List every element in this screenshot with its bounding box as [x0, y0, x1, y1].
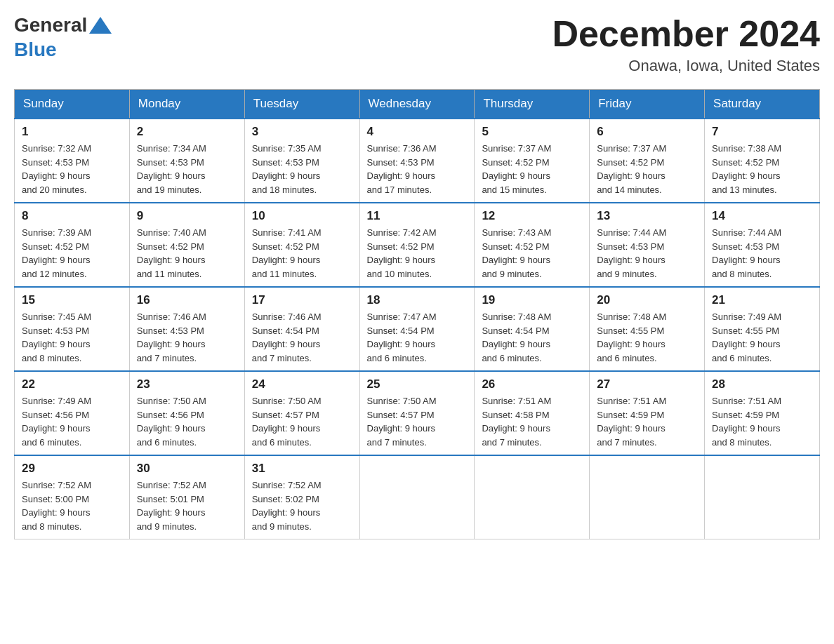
header-thursday: Thursday: [475, 90, 590, 119]
day-info: Sunrise: 7:48 AM Sunset: 4:54 PM Dayligh…: [482, 310, 582, 365]
day-number: 17: [252, 293, 352, 307]
calendar-cell: 6 Sunrise: 7:37 AM Sunset: 4:52 PM Dayli…: [590, 119, 705, 203]
day-number: 1: [22, 125, 122, 139]
day-number: 24: [252, 377, 352, 391]
day-number: 28: [712, 377, 812, 391]
calendar-cell: 31 Sunrise: 7:52 AM Sunset: 5:02 PM Dayl…: [244, 455, 359, 539]
day-number: 8: [22, 209, 122, 223]
calendar-cell: 10 Sunrise: 7:41 AM Sunset: 4:52 PM Dayl…: [244, 203, 359, 287]
day-info: Sunrise: 7:51 AM Sunset: 4:58 PM Dayligh…: [482, 394, 582, 449]
day-info: Sunrise: 7:34 AM Sunset: 4:53 PM Dayligh…: [137, 142, 237, 196]
day-info: Sunrise: 7:49 AM Sunset: 4:56 PM Dayligh…: [22, 394, 122, 449]
calendar-cell: 15 Sunrise: 7:45 AM Sunset: 4:53 PM Dayl…: [15, 287, 130, 371]
calendar-cell: 12 Sunrise: 7:43 AM Sunset: 4:52 PM Dayl…: [475, 203, 590, 287]
header-sunday: Sunday: [15, 90, 130, 119]
day-number: 11: [367, 209, 468, 223]
calendar-cell: 19 Sunrise: 7:48 AM Sunset: 4:54 PM Dayl…: [475, 287, 590, 371]
logo-text: General Blue: [14, 14, 114, 61]
calendar-cell: [705, 455, 820, 539]
day-number: 18: [367, 293, 468, 307]
calendar-cell: 21 Sunrise: 7:49 AM Sunset: 4:55 PM Dayl…: [705, 287, 820, 371]
day-info: Sunrise: 7:43 AM Sunset: 4:52 PM Dayligh…: [482, 226, 582, 281]
location-subtitle: Onawa, Iowa, United States: [552, 57, 820, 75]
day-info: Sunrise: 7:52 AM Sunset: 5:02 PM Dayligh…: [252, 478, 352, 533]
calendar-cell: 5 Sunrise: 7:37 AM Sunset: 4:52 PM Dayli…: [475, 119, 590, 203]
day-number: 22: [22, 377, 122, 391]
calendar-cell: 27 Sunrise: 7:51 AM Sunset: 4:59 PM Dayl…: [590, 371, 705, 455]
day-number: 2: [137, 125, 237, 139]
day-number: 10: [252, 209, 352, 223]
calendar-cell: 30 Sunrise: 7:52 AM Sunset: 5:01 PM Dayl…: [129, 455, 244, 539]
day-number: 16: [137, 293, 237, 307]
week-row-5: 29 Sunrise: 7:52 AM Sunset: 5:00 PM Dayl…: [15, 455, 820, 539]
day-info: Sunrise: 7:32 AM Sunset: 4:53 PM Dayligh…: [22, 142, 122, 196]
calendar-cell: 2 Sunrise: 7:34 AM Sunset: 4:53 PM Dayli…: [129, 119, 244, 203]
day-number: 14: [712, 209, 812, 223]
day-number: 7: [712, 125, 812, 139]
logo: General Blue: [14, 14, 114, 61]
day-number: 20: [597, 293, 697, 307]
day-info: Sunrise: 7:52 AM Sunset: 5:01 PM Dayligh…: [137, 478, 237, 533]
day-info: Sunrise: 7:41 AM Sunset: 4:52 PM Dayligh…: [252, 226, 352, 281]
day-info: Sunrise: 7:39 AM Sunset: 4:52 PM Dayligh…: [22, 226, 122, 281]
header-saturday: Saturday: [705, 90, 820, 119]
day-number: 23: [137, 377, 237, 391]
day-info: Sunrise: 7:50 AM Sunset: 4:57 PM Dayligh…: [367, 394, 468, 449]
day-number: 12: [482, 209, 582, 223]
week-row-1: 1 Sunrise: 7:32 AM Sunset: 4:53 PM Dayli…: [15, 119, 820, 203]
day-info: Sunrise: 7:50 AM Sunset: 4:56 PM Dayligh…: [137, 394, 237, 449]
day-number: 31: [252, 462, 352, 476]
calendar-cell: 18 Sunrise: 7:47 AM Sunset: 4:54 PM Dayl…: [359, 287, 475, 371]
day-number: 26: [482, 377, 582, 391]
calendar-cell: [590, 455, 705, 539]
calendar-cell: 24 Sunrise: 7:50 AM Sunset: 4:57 PM Dayl…: [244, 371, 359, 455]
day-info: Sunrise: 7:50 AM Sunset: 4:57 PM Dayligh…: [252, 394, 352, 449]
day-headers-row: Sunday Monday Tuesday Wednesday Thursday…: [15, 90, 820, 119]
day-info: Sunrise: 7:51 AM Sunset: 4:59 PM Dayligh…: [597, 394, 697, 449]
page-header: General Blue December 2024 Onawa, Iowa, …: [14, 14, 820, 75]
calendar-cell: 22 Sunrise: 7:49 AM Sunset: 4:56 PM Dayl…: [15, 371, 130, 455]
day-info: Sunrise: 7:36 AM Sunset: 4:53 PM Dayligh…: [367, 142, 468, 196]
calendar-cell: [475, 455, 590, 539]
calendar-cell: 23 Sunrise: 7:50 AM Sunset: 4:56 PM Dayl…: [129, 371, 244, 455]
calendar-cell: 20 Sunrise: 7:48 AM Sunset: 4:55 PM Dayl…: [590, 287, 705, 371]
day-info: Sunrise: 7:40 AM Sunset: 4:52 PM Dayligh…: [137, 226, 237, 281]
day-info: Sunrise: 7:47 AM Sunset: 4:54 PM Dayligh…: [367, 310, 468, 365]
day-info: Sunrise: 7:49 AM Sunset: 4:55 PM Dayligh…: [712, 310, 812, 365]
header-friday: Friday: [590, 90, 705, 119]
day-number: 21: [712, 293, 812, 307]
calendar-cell: [359, 455, 475, 539]
day-number: 19: [482, 293, 582, 307]
day-number: 13: [597, 209, 697, 223]
header-wednesday: Wednesday: [359, 90, 475, 119]
calendar-cell: 14 Sunrise: 7:44 AM Sunset: 4:53 PM Dayl…: [705, 203, 820, 287]
month-title: December 2024: [552, 14, 820, 54]
day-info: Sunrise: 7:44 AM Sunset: 4:53 PM Dayligh…: [597, 226, 697, 281]
day-info: Sunrise: 7:45 AM Sunset: 4:53 PM Dayligh…: [22, 310, 122, 365]
day-info: Sunrise: 7:44 AM Sunset: 4:53 PM Dayligh…: [712, 226, 812, 281]
calendar-cell: 3 Sunrise: 7:35 AM Sunset: 4:53 PM Dayli…: [244, 119, 359, 203]
calendar-cell: 4 Sunrise: 7:36 AM Sunset: 4:53 PM Dayli…: [359, 119, 475, 203]
calendar-cell: 8 Sunrise: 7:39 AM Sunset: 4:52 PM Dayli…: [15, 203, 130, 287]
day-info: Sunrise: 7:46 AM Sunset: 4:54 PM Dayligh…: [252, 310, 352, 365]
logo-general: General: [14, 14, 87, 36]
week-row-4: 22 Sunrise: 7:49 AM Sunset: 4:56 PM Dayl…: [15, 371, 820, 455]
svg-marker-0: [89, 17, 112, 34]
header-monday: Monday: [129, 90, 244, 119]
calendar-cell: 29 Sunrise: 7:52 AM Sunset: 5:00 PM Dayl…: [15, 455, 130, 539]
day-number: 25: [367, 377, 468, 391]
day-number: 4: [367, 125, 468, 139]
calendar-cell: 26 Sunrise: 7:51 AM Sunset: 4:58 PM Dayl…: [475, 371, 590, 455]
calendar-cell: 17 Sunrise: 7:46 AM Sunset: 4:54 PM Dayl…: [244, 287, 359, 371]
day-info: Sunrise: 7:35 AM Sunset: 4:53 PM Dayligh…: [252, 142, 352, 196]
calendar-cell: 1 Sunrise: 7:32 AM Sunset: 4:53 PM Dayli…: [15, 119, 130, 203]
calendar-table: Sunday Monday Tuesday Wednesday Thursday…: [14, 89, 820, 539]
calendar-cell: 7 Sunrise: 7:38 AM Sunset: 4:52 PM Dayli…: [705, 119, 820, 203]
calendar-cell: 28 Sunrise: 7:51 AM Sunset: 4:59 PM Dayl…: [705, 371, 820, 455]
calendar-cell: 25 Sunrise: 7:50 AM Sunset: 4:57 PM Dayl…: [359, 371, 475, 455]
day-number: 3: [252, 125, 352, 139]
day-info: Sunrise: 7:37 AM Sunset: 4:52 PM Dayligh…: [482, 142, 582, 196]
calendar-cell: 13 Sunrise: 7:44 AM Sunset: 4:53 PM Dayl…: [590, 203, 705, 287]
day-info: Sunrise: 7:37 AM Sunset: 4:52 PM Dayligh…: [597, 142, 697, 196]
title-area: December 2024 Onawa, Iowa, United States: [552, 14, 820, 75]
